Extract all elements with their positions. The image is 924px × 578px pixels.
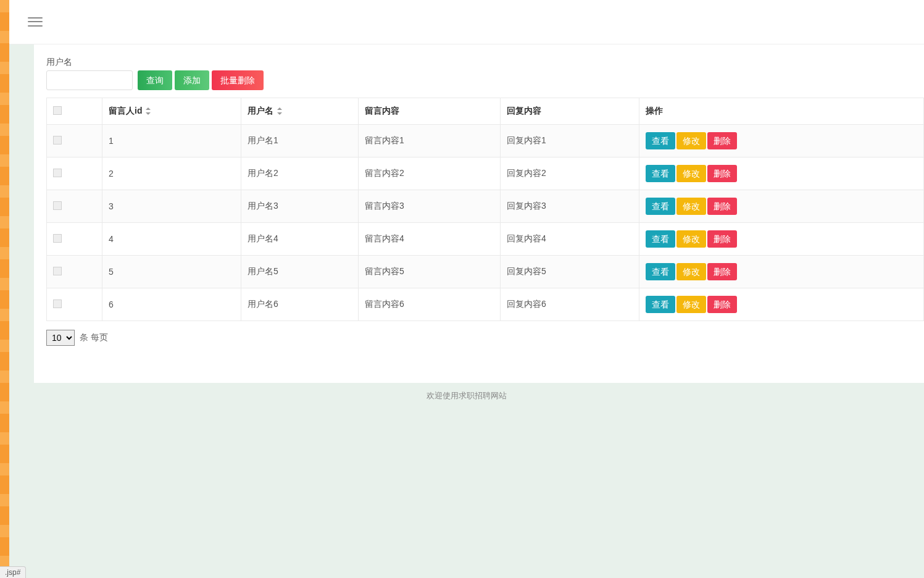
header-reply: 回复内容 [501, 98, 639, 125]
delete-button[interactable]: 删除 [707, 132, 737, 149]
table-row: 2用户名2留言内容2回复内容2查看修改删除 [47, 157, 924, 190]
sort-icon [146, 107, 152, 115]
view-button[interactable]: 查看 [646, 296, 675, 313]
menu-toggle-icon[interactable] [28, 16, 43, 28]
filter-bar: 用户名 查询 添加 批量删除 [46, 57, 924, 90]
view-button[interactable]: 查看 [646, 132, 675, 149]
delete-button[interactable]: 删除 [707, 230, 737, 248]
view-button[interactable]: 查看 [646, 198, 675, 215]
topbar [9, 0, 924, 44]
cell-actions: 查看修改删除 [639, 223, 924, 256]
edit-button[interactable]: 修改 [676, 165, 706, 182]
cell-reply: 回复内容6 [501, 288, 639, 321]
cell-username: 用户名2 [241, 157, 359, 190]
header-id[interactable]: 留言人id [102, 98, 241, 125]
row-checkbox[interactable] [53, 267, 62, 275]
row-checkbox[interactable] [53, 169, 62, 177]
edit-button[interactable]: 修改 [676, 230, 706, 248]
page-size-select[interactable]: 10 [46, 330, 75, 346]
browser-status: .jsp# [0, 566, 26, 578]
cell-message: 留言内容6 [359, 288, 501, 321]
header-id-label: 留言人id [109, 106, 142, 115]
header-checkbox[interactable] [47, 98, 102, 125]
cell-message: 留言内容1 [359, 125, 501, 157]
query-button[interactable]: 查询 [138, 70, 172, 90]
cell-reply: 回复内容5 [501, 256, 639, 288]
cell-id: 2 [102, 157, 241, 190]
pager: 10 条 每页 [46, 330, 924, 346]
table-row: 5用户名5留言内容5回复内容5查看修改删除 [47, 256, 924, 288]
cell-username: 用户名5 [241, 256, 359, 288]
view-button[interactable]: 查看 [646, 165, 675, 182]
cell-message: 留言内容2 [359, 157, 501, 190]
cell-username: 用户名3 [241, 190, 359, 223]
edit-button[interactable]: 修改 [676, 132, 706, 149]
table-row: 1用户名1留言内容1回复内容1查看修改删除 [47, 125, 924, 157]
table-row: 4用户名4留言内容4回复内容4查看修改删除 [47, 223, 924, 256]
edit-button[interactable]: 修改 [676, 263, 706, 280]
cell-id: 3 [102, 190, 241, 223]
footer-text: 欢迎使用求职招聘网站 [9, 383, 924, 409]
username-filter-label: 用户名 [46, 57, 133, 68]
header-action: 操作 [639, 98, 924, 125]
add-button[interactable]: 添加 [175, 70, 209, 90]
edit-button[interactable]: 修改 [676, 296, 706, 313]
cell-actions: 查看修改删除 [639, 157, 924, 190]
cell-id: 6 [102, 288, 241, 321]
cell-message: 留言内容4 [359, 223, 501, 256]
batch-delete-button[interactable]: 批量删除 [212, 70, 264, 90]
edit-button[interactable]: 修改 [676, 198, 706, 215]
cell-username: 用户名4 [241, 223, 359, 256]
table-row: 3用户名3留言内容3回复内容3查看修改删除 [47, 190, 924, 223]
content-panel: 用户名 查询 添加 批量删除 留言人id [34, 44, 924, 383]
cell-reply: 回复内容2 [501, 157, 639, 190]
sidebar-collapsed [0, 0, 9, 578]
row-checkbox[interactable] [53, 201, 62, 210]
header-username-label: 用户名 [248, 106, 273, 115]
cell-actions: 查看修改删除 [639, 288, 924, 321]
delete-button[interactable]: 删除 [707, 296, 737, 313]
row-checkbox[interactable] [53, 299, 62, 308]
cell-reply: 回复内容1 [501, 125, 639, 157]
delete-button[interactable]: 删除 [707, 165, 737, 182]
cell-actions: 查看修改删除 [639, 256, 924, 288]
header-username[interactable]: 用户名 [241, 98, 359, 125]
table-row: 6用户名6留言内容6回复内容6查看修改删除 [47, 288, 924, 321]
cell-reply: 回复内容3 [501, 190, 639, 223]
delete-button[interactable]: 删除 [707, 198, 737, 215]
username-filter-input[interactable] [46, 70, 133, 90]
view-button[interactable]: 查看 [646, 263, 675, 280]
messages-table: 留言人id 用户名 留言内容 回复内容 操作 1用户名1留 [46, 98, 924, 321]
header-message: 留言内容 [359, 98, 501, 125]
cell-message: 留言内容3 [359, 190, 501, 223]
cell-username: 用户名1 [241, 125, 359, 157]
row-checkbox[interactable] [53, 136, 62, 144]
view-button[interactable]: 查看 [646, 230, 675, 248]
page-size-suffix: 条 每页 [80, 332, 108, 343]
cell-id: 1 [102, 125, 241, 157]
cell-reply: 回复内容4 [501, 223, 639, 256]
delete-button[interactable]: 删除 [707, 263, 737, 280]
cell-actions: 查看修改删除 [639, 125, 924, 157]
cell-username: 用户名6 [241, 288, 359, 321]
cell-id: 4 [102, 223, 241, 256]
cell-id: 5 [102, 256, 241, 288]
sort-icon [277, 107, 283, 115]
cell-message: 留言内容5 [359, 256, 501, 288]
row-checkbox[interactable] [53, 234, 62, 243]
cell-actions: 查看修改删除 [639, 190, 924, 223]
